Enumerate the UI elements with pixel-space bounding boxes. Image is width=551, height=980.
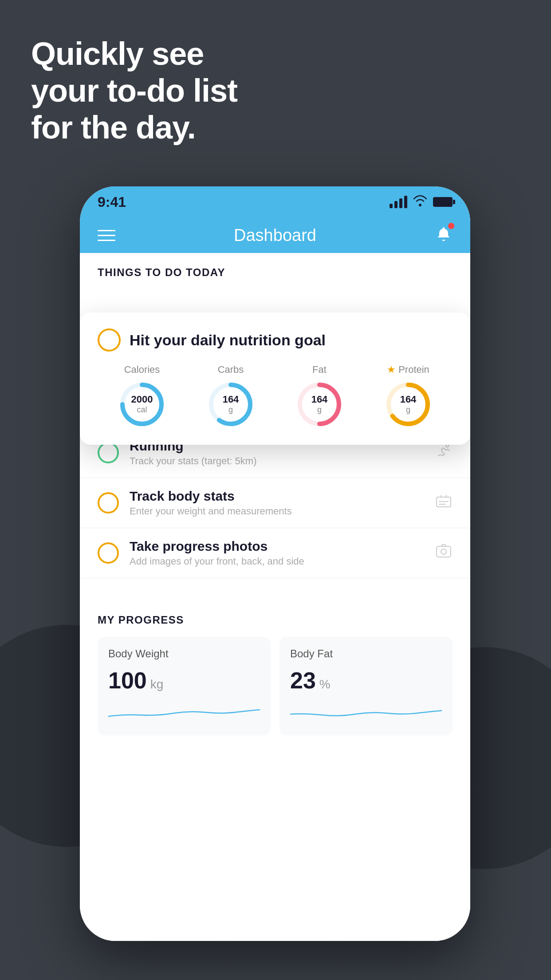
star-icon: ★	[387, 364, 396, 375]
carbs-label: Carbs	[218, 364, 244, 375]
progress-cards: Body Weight 100 kg Body Fat 23 %	[98, 637, 453, 735]
nutrition-protein: ★ Protein 164 g	[384, 364, 433, 429]
nutrition-carbs: Carbs 164 g	[206, 364, 255, 429]
body-weight-chart	[108, 701, 260, 723]
notification-dot	[448, 223, 454, 229]
body-stats-checkbox[interactable]	[98, 492, 119, 514]
nav-bar: Dashboard	[80, 217, 470, 253]
body-stats-subtitle: Enter your weight and measurements	[130, 506, 424, 517]
hero-line2: your to-do list	[31, 72, 237, 109]
svg-point-11	[441, 549, 446, 554]
svg-rect-10	[437, 546, 451, 557]
body-fat-unit: %	[319, 677, 331, 692]
photos-title: Take progress photos	[130, 539, 424, 554]
body-weight-number: 100	[108, 667, 147, 694]
status-bar: 9:41	[80, 186, 470, 217]
todo-list: Running Track your stats (target: 5km) T…	[80, 428, 470, 578]
nutrition-card: Hit your daily nutrition goal Calories	[80, 312, 470, 445]
body-weight-card[interactable]: Body Weight 100 kg	[98, 637, 271, 735]
body-stats-icon	[435, 494, 453, 512]
body-fat-title: Body Fat	[290, 648, 442, 660]
card-header: Hit your daily nutrition goal	[98, 328, 453, 352]
bell-button[interactable]	[435, 225, 453, 246]
hero-text: Quickly see your to-do list for the day.	[31, 36, 237, 146]
fat-donut: 164 g	[295, 380, 344, 429]
hero-line3: for the day.	[31, 109, 237, 146]
fat-label: Fat	[312, 364, 327, 375]
calories-label: Calories	[124, 364, 160, 375]
protein-label: ★ Protein	[387, 364, 429, 375]
body-stats-title: Track body stats	[130, 489, 424, 504]
status-time: 9:41	[98, 194, 126, 210]
body-fat-chart	[290, 701, 442, 723]
signal-icon	[390, 196, 407, 208]
running-icon	[435, 443, 453, 462]
hamburger-line	[98, 240, 115, 241]
status-icons	[390, 195, 453, 209]
phone-frame: 9:41 Dashboard	[80, 186, 470, 941]
card-title: Hit your daily nutrition goal	[130, 332, 326, 349]
phone-content: THINGS TO DO TODAY Hit your daily nutrit…	[80, 253, 470, 941]
wifi-icon	[413, 195, 428, 209]
photos-icon	[435, 544, 453, 562]
body-weight-title: Body Weight	[108, 648, 260, 660]
body-fat-number: 23	[290, 667, 316, 694]
running-checkbox[interactable]	[98, 442, 119, 463]
body-weight-value: 100 kg	[108, 667, 260, 694]
photos-checkbox[interactable]	[98, 542, 119, 564]
hero-line1: Quickly see	[31, 36, 237, 72]
nutrition-row: Calories 2000 cal	[98, 364, 453, 429]
todo-body-stats[interactable]: Track body stats Enter your weight and m…	[80, 478, 470, 528]
hamburger-button[interactable]	[98, 230, 115, 241]
body-fat-value: 23 %	[290, 667, 442, 694]
body-weight-unit: kg	[150, 677, 164, 692]
todo-checkbox[interactable]	[98, 328, 121, 352]
nutrition-fat: Fat 164 g	[295, 364, 344, 429]
todo-progress-photos[interactable]: Take progress photos Add images of your …	[80, 528, 470, 578]
body-stats-text: Track body stats Enter your weight and m…	[130, 489, 424, 517]
battery-icon	[433, 197, 453, 207]
things-header: THINGS TO DO TODAY	[80, 253, 470, 286]
photos-subtitle: Add images of your front, back, and side	[130, 556, 424, 567]
running-subtitle: Track your stats (target: 5km)	[130, 455, 424, 467]
protein-donut: 164 g	[384, 380, 433, 429]
body-fat-card[interactable]: Body Fat 23 %	[279, 637, 453, 735]
carbs-donut: 164 g	[206, 380, 255, 429]
nav-title: Dashboard	[234, 226, 316, 245]
progress-section: MY PROGRESS Body Weight 100 kg Body Fat	[80, 596, 470, 749]
hamburger-line	[98, 230, 115, 231]
photos-text: Take progress photos Add images of your …	[130, 539, 424, 567]
calories-donut: 2000 cal	[118, 380, 166, 429]
nutrition-calories: Calories 2000 cal	[118, 364, 166, 429]
hamburger-line	[98, 235, 115, 236]
progress-header: MY PROGRESS	[98, 614, 453, 626]
